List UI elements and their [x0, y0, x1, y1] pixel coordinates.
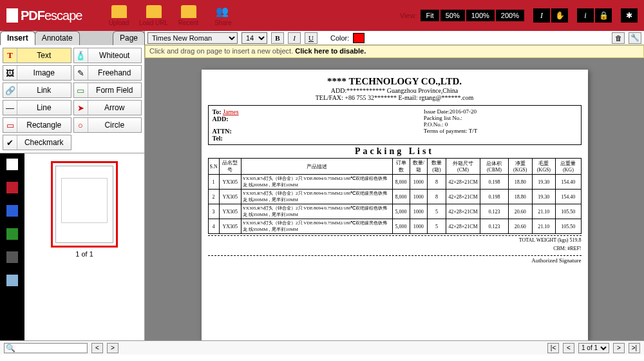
search-input[interactable]: 🔍 [4, 343, 88, 353]
document-page[interactable]: **** TECHNOLOGY CO.,LTD. ADD:***********… [202, 70, 588, 340]
table-row: 2YX305YX305,R7s灯头（锌合金）2只 VDE/8094/0.75MM… [208, 190, 581, 204]
zoom-100-button[interactable]: 100% [466, 10, 495, 21]
search-next-button[interactable]: > [107, 343, 118, 353]
total-weight: TOTAL WEIGHT (kgs) 519.8 [519, 237, 582, 243]
table-cell: 42×28×21CM [446, 190, 480, 204]
tool-rectangle-label: Rectangle [17, 121, 71, 130]
packing-list-title: Packing List [208, 146, 582, 157]
tool-circle[interactable]: ○Circle [73, 117, 142, 133]
tool-link[interactable]: 🔗Link [3, 83, 71, 98]
tool-circle-label: Circle [88, 121, 142, 130]
share-button[interactable]: 👥Share [206, 5, 241, 26]
upload-label: Upload [109, 19, 129, 26]
doc-address: ADD:************ Guangzhou Province,Chin… [208, 87, 582, 94]
save-icon[interactable] [6, 205, 18, 217]
blank-icon[interactable] [6, 275, 18, 286]
bold-button[interactable]: B [271, 32, 284, 44]
table-cell: 18.80 [508, 175, 532, 190]
page-first-button[interactable]: |< [547, 343, 559, 353]
color-swatch[interactable] [353, 33, 365, 43]
tool-whiteout[interactable]: 🧴Whiteout [73, 48, 142, 63]
tool-line[interactable]: ―Line [3, 100, 71, 115]
table-cell: 5,000 [392, 219, 410, 234]
download-icon[interactable] [6, 228, 18, 240]
tool-image[interactable]: 🖼Image [3, 65, 71, 81]
tab-page[interactable]: Page [113, 31, 145, 45]
underline-button[interactable]: U [305, 32, 317, 44]
tools-button[interactable]: 🔧 [629, 32, 641, 44]
whiteout-icon: 🧴 [74, 48, 88, 63]
upload-button[interactable]: Upload [102, 5, 137, 26]
hand-icon[interactable]: ✋ [551, 8, 568, 23]
tool-image-label: Image [17, 68, 71, 77]
page-thumbnail[interactable] [51, 161, 118, 248]
text-cursor-icon[interactable]: I [533, 8, 550, 23]
tool-text-label: Text [17, 51, 71, 60]
table-cell: 154.40 [556, 190, 581, 204]
page-prev-button[interactable]: < [563, 343, 574, 353]
data-table: S.N品名型号产品描述订单数数量/箱数量(箱)外箱尺寸(CM)总体积(CBM)净… [208, 158, 582, 234]
tool-formfield-label: Form Field [88, 86, 142, 95]
table-cell: 105.50 [556, 219, 581, 234]
tool-freehand-label: Freehand [88, 68, 142, 77]
lock-icon[interactable]: 🔒 [595, 8, 612, 23]
page-last-button[interactable]: >| [629, 343, 640, 353]
to-value: James [223, 108, 238, 115]
load-url-label: Load URL [139, 19, 168, 26]
hint-bar[interactable]: Click and drag on page to insert a new o… [145, 45, 644, 58]
zoom-50-button[interactable]: 50% [440, 10, 465, 21]
settings-icon[interactable]: ✱ [621, 8, 638, 23]
recent-button[interactable]: Recent [171, 5, 206, 26]
pages-icon[interactable] [6, 159, 18, 170]
image-icon: 🖼 [3, 66, 17, 80]
tool-text[interactable]: TText [3, 48, 71, 63]
issue-date: Issue Date:2016-07-20 [424, 108, 577, 115]
pencil-icon: ✎ [74, 66, 88, 80]
table-row: 4YX305YX305,R7s灯头（锌合金）2只 VDE/8094/0.75MM… [208, 219, 581, 234]
pages-alt-icon[interactable] [6, 182, 18, 193]
delete-button[interactable]: 🗑 [612, 32, 625, 44]
folder-upload-icon [111, 5, 127, 18]
fontsize-select[interactable]: 14 [242, 32, 267, 44]
doc-title: **** TECHNOLOGY CO.,LTD. [208, 76, 582, 87]
load-url-button[interactable]: Load URL [137, 5, 171, 26]
tool-freehand[interactable]: ✎Freehand [73, 65, 142, 81]
table-cell: YX305,R7s灯头（锌合金）2只 VDE/8094/0.75MM2/180℃… [241, 204, 392, 219]
tool-rectangle[interactable]: ▭Rectangle [3, 117, 71, 133]
italic-button[interactable]: I [288, 32, 301, 44]
info-icon[interactable]: i [577, 8, 594, 23]
share-label: Share [214, 19, 232, 26]
app-logo: PDFescape [6, 8, 82, 23]
page-next-button[interactable]: > [613, 343, 625, 353]
rectangle-icon: ▭ [3, 118, 17, 132]
table-header: 数量/箱 [410, 159, 428, 175]
search-prev-button[interactable]: < [91, 343, 103, 353]
zoom-200-button[interactable]: 200% [496, 10, 524, 21]
table-cell: 19.30 [532, 190, 556, 204]
tool-link-label: Link [17, 86, 71, 95]
table-cell: YX305 [219, 219, 241, 234]
table-header: 总重量(KG) [556, 159, 581, 175]
arrow-icon: ➤ [74, 101, 88, 115]
table-cell: 2 [208, 190, 219, 204]
tool-checkmark[interactable]: ✔Checkmark [3, 135, 71, 150]
tab-insert[interactable]: Insert [0, 31, 35, 45]
table-header: 总体积(CBM) [480, 159, 509, 175]
hint-disable-link[interactable]: Click here to disable. [295, 47, 366, 55]
table-cell: 21.10 [532, 219, 556, 234]
zoom-fit-button[interactable]: Fit [421, 10, 439, 21]
table-cell: 19.30 [532, 175, 556, 190]
page-select[interactable]: 1 of 1 [578, 343, 609, 353]
tool-arrow[interactable]: ➤Arrow [73, 100, 142, 115]
table-cell: 8 [428, 190, 446, 204]
tool-formfield[interactable]: ▭Form Field [73, 83, 142, 98]
font-select[interactable]: Times New Roman [147, 32, 238, 44]
tab-annotate[interactable]: Annotate [35, 31, 80, 45]
logo-text-pdf: PDF [21, 8, 44, 23]
table-header: 外箱尺寸(CM) [446, 159, 480, 175]
view-label: View: [400, 12, 417, 19]
print-icon[interactable] [6, 251, 18, 263]
po-number: P.O.No.: 0 [424, 121, 577, 128]
table-cell: 1 [208, 175, 219, 190]
table-header: 产品描述 [241, 159, 392, 175]
